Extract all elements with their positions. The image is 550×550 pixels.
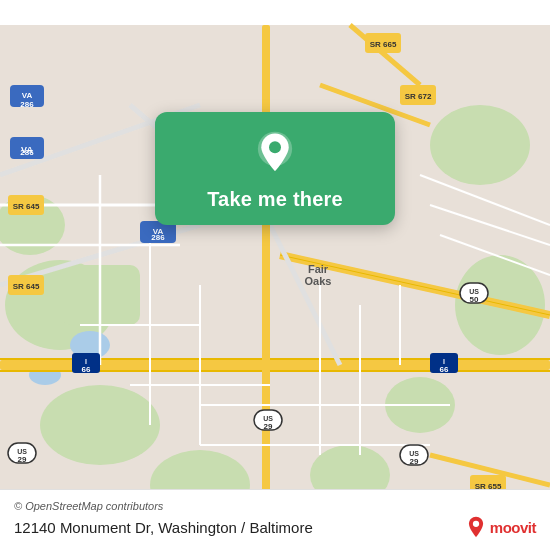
svg-point-6 [40, 385, 160, 465]
address-row: 12140 Monument Dr, Washington / Baltimor… [14, 516, 536, 538]
svg-point-81 [473, 521, 479, 527]
moovit-logo: moovit [465, 516, 536, 538]
svg-text:29: 29 [410, 457, 419, 466]
location-pin-icon [251, 130, 299, 178]
svg-text:US: US [17, 448, 27, 455]
attribution: © OpenStreetMap contributors [14, 500, 536, 512]
svg-text:66: 66 [82, 365, 91, 374]
svg-point-80 [269, 141, 281, 153]
svg-text:US: US [469, 288, 479, 295]
svg-text:SR 645: SR 645 [13, 282, 40, 291]
moovit-text: moovit [490, 519, 536, 536]
bottom-bar: © OpenStreetMap contributors 12140 Monum… [0, 489, 550, 550]
moovit-pin-icon [465, 516, 487, 538]
svg-text:286: 286 [151, 233, 165, 242]
svg-rect-21 [262, 25, 270, 525]
take-me-there-card[interactable]: Take me there [155, 112, 395, 225]
svg-text:286: 286 [20, 148, 34, 157]
take-me-there-label: Take me there [207, 188, 343, 211]
svg-text:I: I [85, 358, 87, 365]
svg-text:29: 29 [264, 422, 273, 431]
address-label: 12140 Monument Dr, Washington / Baltimor… [14, 519, 313, 536]
svg-text:SR 645: SR 645 [13, 202, 40, 211]
svg-text:US: US [409, 450, 419, 457]
svg-text:SR 665: SR 665 [370, 40, 397, 49]
svg-text:US: US [263, 415, 273, 422]
attribution-text: © OpenStreetMap contributors [14, 500, 163, 512]
svg-text:29: 29 [18, 455, 27, 464]
svg-text:I: I [443, 358, 445, 365]
svg-text:286: 286 [20, 100, 34, 109]
svg-text:SR 672: SR 672 [405, 92, 432, 101]
svg-text:Oaks: Oaks [305, 275, 332, 287]
svg-point-3 [430, 105, 530, 185]
map-background: VA 286 VA 286 VA 286 SR 665 SR 672 SR 64… [0, 0, 550, 550]
svg-text:66: 66 [440, 365, 449, 374]
svg-text:50: 50 [470, 295, 479, 304]
map-container: VA 286 VA 286 VA 286 SR 665 SR 672 SR 64… [0, 0, 550, 550]
svg-text:Fair: Fair [308, 263, 329, 275]
svg-text:VA: VA [22, 91, 33, 100]
